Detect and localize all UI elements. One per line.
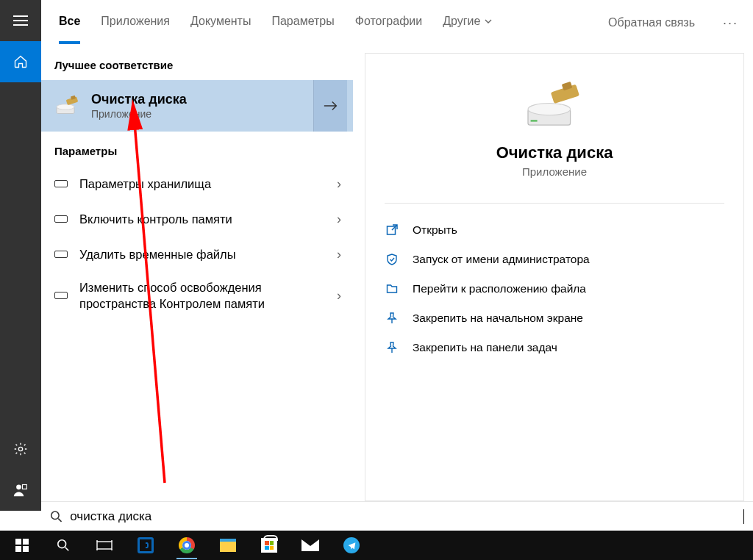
svg-point-4	[57, 104, 74, 110]
tab-settings[interactable]: Параметры	[271, 15, 334, 31]
action-open[interactable]: Открыть	[385, 215, 724, 245]
separator	[385, 203, 724, 204]
preview-subtitle: Приложение	[380, 165, 729, 178]
tab-documents[interactable]: Документы	[190, 15, 251, 31]
setting-icon	[54, 215, 68, 223]
best-match-title: Очистка диска	[91, 91, 303, 108]
preview-title: Очистка диска	[380, 143, 729, 162]
feedback-link[interactable]: Обратная связь	[608, 16, 695, 29]
windows-taskbar	[0, 531, 753, 560]
setting-icon	[54, 292, 68, 299]
taskbar-file-explorer[interactable]	[210, 531, 246, 560]
setting-label: Параметры хранилища	[79, 176, 325, 192]
person-icon	[13, 483, 28, 498]
best-match-subtitle: Приложение	[91, 108, 303, 121]
arrow-right-icon	[323, 99, 339, 112]
tab-all[interactable]: Все	[59, 15, 80, 31]
more-options-button[interactable]: ···	[723, 15, 738, 31]
tab-apps[interactable]: Приложения	[101, 15, 170, 31]
start-button[interactable]	[4, 531, 40, 560]
best-match-header: Лучшее соответствие	[41, 46, 353, 80]
chevron-right-icon: ›	[337, 288, 341, 304]
shield-icon	[385, 254, 399, 265]
preview-header: Очистка диска Приложение	[365, 54, 743, 198]
action-label: Открыть	[413, 223, 457, 237]
disk-cleanup-icon	[54, 93, 81, 119]
action-label: Закрепить на начальном экране	[413, 312, 583, 325]
chrome-icon	[179, 537, 195, 553]
search-icon	[50, 510, 63, 523]
best-match-text: Очистка диска Приложение	[91, 91, 303, 121]
gear-icon	[13, 442, 28, 456]
chevron-down-icon	[485, 19, 492, 24]
svg-point-14	[58, 540, 66, 548]
setting-change-storage-sense[interactable]: Изменить способ освобождения пространств…	[41, 272, 353, 320]
text-caret	[743, 509, 744, 524]
chevron-right-icon: ›	[337, 247, 341, 262]
result-preview-panel: Очистка диска Приложение Открыть Запуск …	[365, 53, 744, 501]
sidebar-home[interactable]	[0, 41, 41, 82]
action-pin-start[interactable]: Закрепить на начальном экране	[385, 304, 724, 333]
preview-app-icon	[522, 80, 587, 133]
svg-rect-2	[23, 485, 27, 489]
action-pin-taskbar[interactable]: Закрепить на панели задач	[385, 333, 724, 362]
task-view-button[interactable]	[87, 531, 122, 560]
sidebar-settings[interactable]	[0, 428, 41, 470]
setting-delete-temp[interactable]: Удалить временные файлы ›	[41, 237, 353, 272]
svg-point-9	[528, 104, 571, 115]
pin-icon	[385, 342, 399, 353]
home-icon	[13, 54, 28, 69]
taskbar-edge[interactable]	[128, 531, 163, 560]
preview-actions: Открыть Запуск от имени администратора П…	[365, 211, 743, 367]
action-label: Перейти к расположению файла	[413, 282, 586, 295]
menu-toggle[interactable]	[0, 0, 41, 41]
action-open-file-location[interactable]: Перейти к расположению файла	[385, 274, 724, 304]
setting-label: Удалить временные файлы	[79, 246, 325, 262]
search-results-panel: Лучшее соответствие Очистка диска Прилож…	[41, 46, 353, 511]
action-label: Закрепить на панели задач	[413, 341, 557, 354]
search-icon	[57, 539, 70, 552]
setting-storage-sense-on[interactable]: Включить контроль памяти ›	[41, 201, 353, 237]
taskbar-store[interactable]	[251, 531, 287, 560]
svg-point-13	[51, 511, 59, 519]
taskbar-mail[interactable]	[293, 531, 328, 560]
setting-icon	[54, 180, 68, 187]
search-filter-tabs: Все Приложения Документы Параметры Фотог…	[41, 0, 753, 46]
chevron-right-icon: ›	[337, 176, 341, 192]
taskbar-chrome[interactable]	[169, 531, 204, 560]
taskbar-search[interactable]	[46, 531, 81, 560]
windows-logo-icon	[15, 539, 29, 552]
svg-rect-8	[531, 120, 538, 122]
mail-icon	[301, 539, 319, 551]
action-run-as-admin[interactable]: Запуск от имени администратора	[385, 245, 724, 274]
action-label: Запуск от имени администратора	[413, 253, 590, 266]
folder-icon	[385, 283, 399, 295]
setting-label: Изменить способ освобождения пространств…	[79, 279, 325, 312]
tab-more[interactable]: Другие	[443, 15, 492, 31]
task-view-icon	[96, 539, 113, 551]
telegram-icon	[343, 537, 360, 553]
tab-more-label: Другие	[443, 15, 480, 28]
search-input[interactable]	[70, 509, 736, 524]
taskbar-telegram[interactable]	[334, 531, 369, 560]
search-bar	[41, 501, 753, 531]
chevron-right-icon: ›	[337, 212, 341, 227]
svg-point-0	[18, 447, 22, 450]
svg-rect-15	[97, 542, 112, 549]
setting-storage[interactable]: Параметры хранилища ›	[41, 166, 353, 201]
setting-label: Включить контроль памяти	[79, 211, 325, 227]
tab-photos[interactable]: Фотографии	[355, 15, 422, 31]
edge-icon	[138, 537, 154, 553]
sidebar-account[interactable]	[0, 470, 41, 511]
expand-arrow-button[interactable]	[313, 80, 347, 132]
open-icon	[385, 224, 399, 236]
hamburger-icon	[13, 15, 28, 26]
setting-icon	[54, 251, 68, 258]
settings-section-header: Параметры	[41, 132, 353, 166]
pin-icon	[385, 312, 399, 324]
best-match-item[interactable]: Очистка диска Приложение	[41, 80, 353, 132]
start-sidebar	[0, 0, 41, 511]
svg-point-1	[16, 485, 21, 490]
microsoft-store-icon	[261, 538, 277, 553]
file-explorer-icon	[220, 539, 236, 552]
